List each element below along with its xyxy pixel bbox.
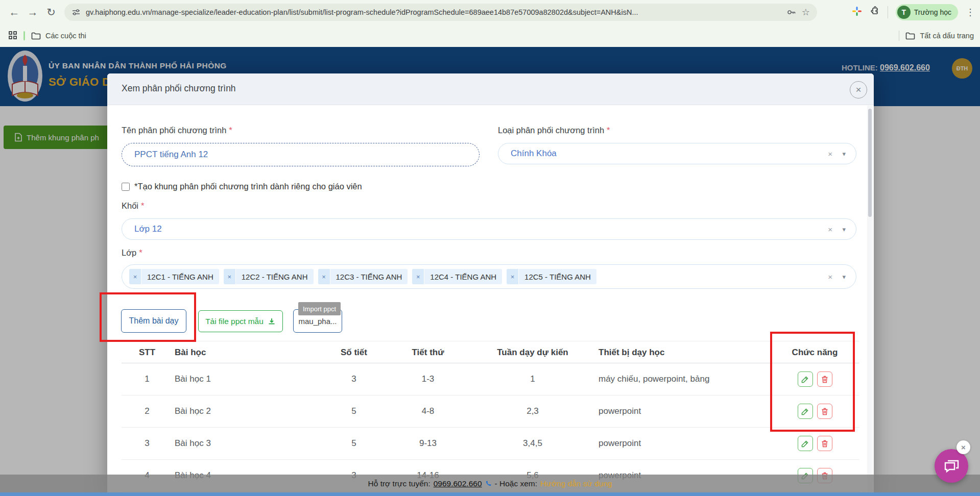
divider: [122, 341, 859, 341]
modal-scrollbar-thumb[interactable]: [868, 109, 872, 217]
download-template-button[interactable]: Tải file ppct mẫu: [198, 310, 283, 332]
clear-icon[interactable]: ×: [828, 150, 832, 158]
url-text: gv.haiphong.edu.vn/manage-specialize/lea…: [86, 8, 781, 16]
chevron-down-icon[interactable]: ▾: [842, 273, 846, 281]
clear-icon[interactable]: ×: [828, 272, 832, 281]
class-tag-label: 12C4 - TIẾNG ANH: [424, 269, 502, 284]
address-bar[interactable]: gv.haiphong.edu.vn/manage-specialize/lea…: [64, 4, 817, 21]
cell-week: 1: [469, 374, 596, 384]
grade-field-label: Khối*: [122, 201, 144, 211]
name-input[interactable]: PPCT tiếng Anh 12: [122, 143, 480, 166]
browser-chrome: ← → ↻ gv.haiphong.edu.vn/manage-speciali…: [0, 0, 980, 47]
table-row: 3 Bài học 3 5 9-13 3,4,5 powerpoint: [122, 428, 859, 460]
class-tag: × 12C4 - TIẾNG ANH: [412, 269, 502, 284]
table-row: 1 Bài học 1 3 1-3 1 máy chiếu, powerpoin…: [122, 363, 859, 395]
cell-lesson: Bài học 2: [173, 406, 321, 416]
edit-pencil-icon: [801, 440, 809, 448]
required-asterisk: *: [229, 126, 232, 135]
cell-periods: 5: [321, 438, 387, 449]
modal-scrollbar: [867, 106, 873, 496]
remove-tag-icon[interactable]: ×: [318, 269, 330, 284]
cell-stt: 1: [122, 374, 173, 384]
grade-select[interactable]: Lớp 12 × ▾: [122, 218, 856, 240]
lessons-table: STT Bài học Số tiết Tiết thứ Tuần dạy dự…: [122, 342, 859, 492]
table-header-row: STT Bài học Số tiết Tiết thứ Tuần dạy dự…: [122, 342, 859, 363]
all-bookmarks[interactable]: Tất cả dấu trang: [905, 32, 974, 40]
class-multiselect[interactable]: × 12C1 - TIẾNG ANH × 12C2 - TIẾNG ANH × …: [122, 264, 856, 289]
bookmark-star-icon[interactable]: ☆: [802, 7, 810, 18]
teacher-only-checkbox-row: *Tạo khung phân phối chương trình dành r…: [122, 182, 362, 191]
modal-header: Xem phân phối chương trình ×: [107, 73, 874, 105]
download-template-label: Tải file ppct mẫu: [205, 317, 264, 326]
browser-menu-icon[interactable]: ⋮: [966, 7, 975, 18]
import-tooltip: Import ppct: [298, 302, 341, 315]
teacher-only-checkbox[interactable]: [122, 183, 130, 191]
chevron-down-icon[interactable]: ▾: [842, 226, 846, 233]
bookmark-folder-contests[interactable]: Các cuộc thi: [31, 32, 86, 40]
profile-chip[interactable]: T Trường học: [896, 4, 958, 20]
remove-tag-icon[interactable]: ×: [412, 269, 424, 284]
remove-tag-icon[interactable]: ×: [507, 269, 519, 284]
reload-button[interactable]: ↻: [42, 6, 60, 18]
chat-close-button[interactable]: ×: [957, 440, 970, 454]
bottom-blue-strip: [0, 492, 980, 496]
site-info-icon[interactable]: [71, 8, 81, 17]
bookmarks-right-separator: [899, 31, 899, 41]
cell-stt: 3: [122, 438, 173, 449]
modal-close-button[interactable]: ×: [850, 81, 867, 98]
chevron-down-icon[interactable]: ▾: [842, 150, 846, 158]
clear-icon[interactable]: ×: [828, 225, 832, 234]
apps-grid-icon[interactable]: [8, 31, 17, 41]
class-tag: × 12C2 - TIẾNG ANH: [224, 269, 314, 284]
grade-select-value: Lớp 12: [134, 224, 162, 234]
back-button[interactable]: ←: [5, 6, 23, 18]
class-tag: × 12C3 - TIẾNG ANH: [318, 269, 408, 284]
bookmarks-separator: [23, 31, 25, 40]
class-tag-label: 12C2 - TIẾNG ANH: [236, 269, 314, 284]
col-header-lesson: Bài học: [173, 348, 321, 358]
cell-equipment: powerpoint: [596, 438, 770, 449]
class-tag: × 12C1 - TIẾNG ANH: [129, 269, 219, 284]
type-select[interactable]: Chính Khóa × ▾: [498, 143, 856, 164]
required-asterisk: *: [139, 248, 142, 257]
extension-pinwheel-icon[interactable]: [852, 6, 862, 18]
extensions-puzzle-icon[interactable]: [870, 6, 880, 18]
support-phone-link[interactable]: 0969.602.660: [434, 479, 482, 488]
trash-icon: [821, 440, 828, 448]
user-guide-link[interactable]: Hướng dẫn sử dụng: [540, 479, 612, 488]
edit-button[interactable]: [798, 436, 813, 451]
class-tag-label: 12C1 - TIẾNG ANH: [141, 269, 219, 284]
program-distribution-modal: Xem phân phối chương trình × Tên phân ph…: [107, 73, 874, 496]
cell-lesson: Bài học 1: [173, 374, 321, 384]
cell-stt: 2: [122, 406, 173, 416]
profile-avatar: T: [897, 6, 911, 19]
remove-tag-icon[interactable]: ×: [129, 269, 141, 284]
class-field-label: Lớp*: [122, 248, 142, 258]
cell-week: 2,3: [469, 406, 596, 416]
bookmarks-bar: Các cuộc thi Tất cả dấu trang: [0, 24, 980, 47]
chat-bubble-icon: [943, 458, 960, 474]
cell-periods: 3: [321, 374, 387, 384]
annotation-rect-add-lesson: [100, 292, 196, 342]
name-input-value: PPCT tiếng Anh 12: [134, 150, 208, 160]
browser-toolbar: ← → ↻ gv.haiphong.edu.vn/manage-speciali…: [0, 0, 980, 24]
class-tag-label: 12C3 - TIẾNG ANH: [330, 269, 408, 284]
remove-tag-icon[interactable]: ×: [224, 269, 236, 284]
type-field-label: Loại phân phối chương trình*: [498, 126, 610, 135]
delete-button[interactable]: [817, 436, 832, 451]
class-tag: × 12C5 - TIẾNG ANH: [507, 269, 596, 284]
phone-icon: [485, 480, 492, 487]
all-bookmarks-label: Tất cả dấu trang: [920, 32, 974, 40]
password-key-icon[interactable]: [786, 7, 797, 17]
cell-period-no: 4-8: [387, 406, 469, 416]
col-header-stt: STT: [122, 348, 173, 358]
col-header-week: Tuần dạy dự kiến: [469, 348, 596, 358]
toolbar-separator: [888, 6, 888, 18]
required-asterisk: *: [607, 126, 610, 135]
support-label: Hỗ trợ trực tuyến:: [368, 479, 431, 488]
forward-button[interactable]: →: [23, 6, 42, 18]
download-icon: [268, 317, 276, 326]
col-header-period-no: Tiết thứ: [387, 348, 469, 358]
modal-title: Xem phân phối chương trình: [122, 83, 236, 94]
cell-period-no: 1-3: [387, 374, 469, 384]
